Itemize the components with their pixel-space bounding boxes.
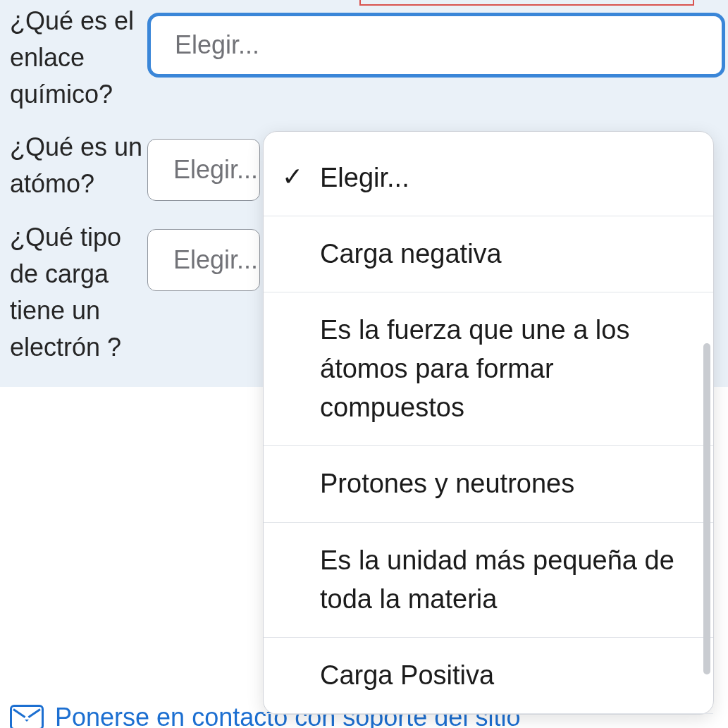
dropdown-option-2[interactable]: Es la fuerza que une a los átomos para f…: [264, 292, 713, 446]
dropdown-scrollbar[interactable]: [703, 343, 710, 674]
question-label-3: ¿Qué tipo de carga tiene un electrón ?: [10, 219, 147, 366]
dropdown-option-1[interactable]: Carga negativa: [264, 216, 713, 292]
mail-icon: [10, 705, 44, 728]
dropdown-option-5[interactable]: Carga Positiva: [264, 638, 713, 714]
answer-select-3[interactable]: Elegir...: [147, 229, 260, 291]
dropdown-option-placeholder[interactable]: Elegir...: [264, 140, 713, 216]
question-label-1: ¿Qué es el enlace químico?: [10, 3, 147, 113]
dropdown-option-3[interactable]: Protones y neutrones: [264, 446, 713, 522]
dropdown-menu: Elegir... Carga negativa Es la fuerza qu…: [263, 131, 714, 715]
answer-select-1[interactable]: Elegir...: [147, 13, 725, 78]
dropdown-option-4[interactable]: Es la unidad más pequeña de toda la mate…: [264, 523, 713, 638]
question-label-2: ¿Qué es un atómo?: [10, 129, 147, 202]
answer-select-2[interactable]: Elegir...: [147, 139, 260, 201]
question-row-1: ¿Qué es el enlace químico? Elegir...: [0, 0, 728, 113]
